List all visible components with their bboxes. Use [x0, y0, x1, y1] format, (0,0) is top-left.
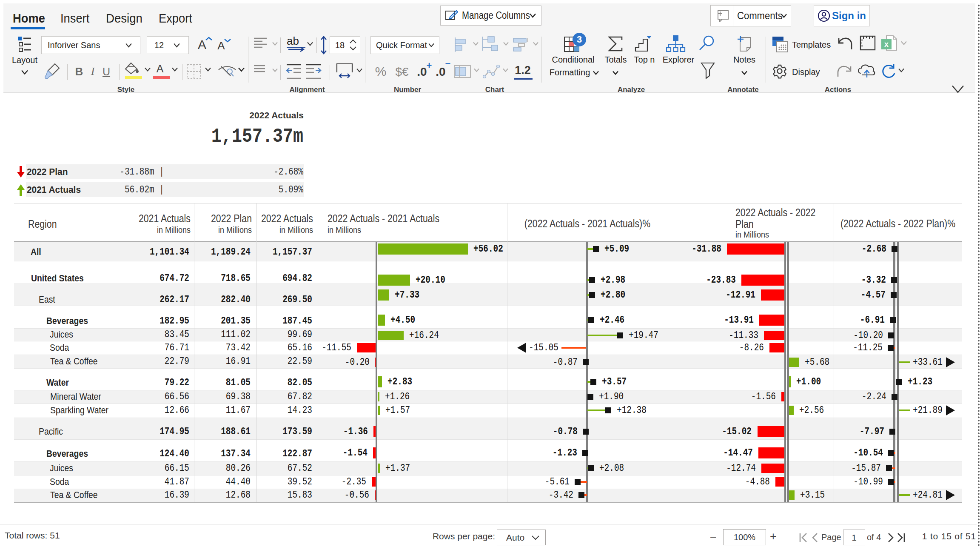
- svg-text:x: x: [884, 40, 889, 49]
- svg-text:3: 3: [577, 34, 582, 45]
